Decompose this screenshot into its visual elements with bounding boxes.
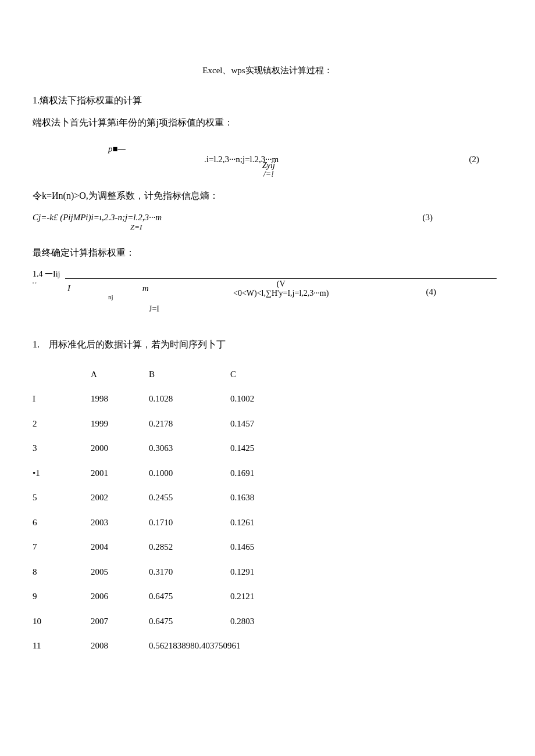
formula-denominator: /=!	[263, 170, 274, 178]
formula-var-nj: nj	[108, 292, 113, 302]
table-cell: 0.1028	[149, 386, 230, 411]
table-header-row: A B C	[33, 362, 323, 387]
table-cell: 7	[33, 535, 91, 560]
table-cell: 0.1691	[230, 461, 323, 486]
table-row: 9 2006 0.6475 0.2121	[33, 584, 323, 609]
formula-divider	[65, 278, 497, 279]
table-cell: 5	[33, 485, 91, 510]
section-heading: 1.熵权法下指标权重的计算	[33, 94, 502, 108]
table-row: 10 2007 0.6475 0.2803	[33, 609, 323, 634]
table-cell: •1	[33, 461, 91, 486]
table-header-cell: B	[149, 362, 230, 387]
table-cell: 0.6475	[149, 584, 230, 609]
table-row: 6 2003 0.1710 0.1261	[33, 510, 323, 535]
table-row: 11 2008 0.5621838980.403750961	[33, 633, 323, 658]
page-title: Excel、wps实现镇权法计算过程：	[33, 64, 502, 77]
table-cell: 0.2852	[149, 535, 230, 560]
table-cell: 10	[33, 609, 91, 634]
table-cell: 0.1002	[230, 386, 323, 411]
table-cell: 0.3063	[149, 436, 230, 461]
table-cell: 2002	[91, 485, 149, 510]
data-table: A B C I 1998 0.1028 0.1002 2 1999 0.2178…	[33, 362, 323, 658]
formula-numerator: Zyij	[262, 161, 275, 170]
table-cell: 0.1638	[230, 485, 323, 510]
formula-mark: ' '	[33, 280, 37, 289]
table-cell: 2008	[91, 633, 149, 658]
table-cell: 2003	[91, 510, 149, 535]
table-cell: 1999	[91, 411, 149, 436]
body-text: 令k=Иn(n)>O,为调整系数，计免指标信息熵：	[33, 189, 502, 203]
table-cell: 2	[33, 411, 91, 436]
table-row: I 1998 0.1028 0.1002	[33, 386, 323, 411]
list-intro: 1. 用标准化后的数据计算，若为时间序列卜丁	[33, 338, 502, 352]
table-cell: 6	[33, 510, 91, 535]
table-cell: 0.1425	[230, 436, 323, 461]
body-text: 端权法卜首先计算第i年份的第j项指标值的权重：	[33, 116, 502, 130]
table-cell: 0.2178	[149, 411, 230, 436]
table-cell: 0.6475	[149, 609, 230, 634]
table-cell: 0.1465	[230, 535, 323, 560]
formula-top: 1.4 一Iij	[33, 268, 60, 280]
table-cell: 0.1457	[230, 411, 323, 436]
formula-condition: (V <0<W)<l,∑H'y=I,j=l,2,3···m)	[233, 280, 329, 299]
table-header-cell: C	[230, 362, 323, 387]
table-row: 2 1999 0.2178 0.1457	[33, 411, 323, 436]
formula-3: Cj=-k£ (PijMPi)i=ι,2.3-n;j=l.2,3···m Z=I…	[33, 211, 502, 240]
table-cell: 0.2455	[149, 485, 230, 510]
equation-number: (2)	[469, 153, 480, 166]
table-row: 8 2005 0.3170 0.1291	[33, 560, 323, 585]
table-cell: 3	[33, 436, 91, 461]
formula-subscript: Z=I	[130, 221, 142, 233]
table-cell: 0.2803	[230, 609, 323, 634]
table-cell: 0.1261	[230, 510, 323, 535]
table-cell: 2001	[91, 461, 149, 486]
formula-cond-bot: <0<W)<l,∑H'y=I,j=l,2,3···m)	[233, 289, 329, 298]
formula-4: 1.4 一Iij ' ' I m nj (V <0<W)<l,∑H'y=I,j=…	[33, 268, 502, 320]
formula-fraction: Zyij /=!	[262, 161, 275, 179]
table-header-cell	[33, 362, 91, 387]
table-cell: 2004	[91, 535, 149, 560]
table-row: 5 2002 0.2455 0.1638	[33, 485, 323, 510]
table-cell: 11	[33, 633, 91, 658]
formula-2: p■— .i=l.2,3···n;j=l.2,3···m Zyij /=! (2…	[33, 142, 502, 183]
table-cell: 2000	[91, 436, 149, 461]
formula-lhs: p■—	[108, 142, 126, 156]
table-row: •1 2001 0.1000 0.1691	[33, 461, 323, 486]
table-cell: 1998	[91, 386, 149, 411]
table-cell: 2005	[91, 560, 149, 585]
formula-equation: Cj=-k£ (PijMPi)i=ι,2.3-n;j=l.2,3···m	[33, 211, 162, 224]
table-row: 7 2004 0.2852 0.1465	[33, 535, 323, 560]
table-cell: 0.3170	[149, 560, 230, 585]
table-cell: 0.1000	[149, 461, 230, 486]
table-cell: 0.2121	[230, 584, 323, 609]
table-cell: 9	[33, 584, 91, 609]
table-cell: 2006	[91, 584, 149, 609]
table-cell: 8	[33, 560, 91, 585]
table-cell: 2007	[91, 609, 149, 634]
table-cell: 0.1710	[149, 510, 230, 535]
table-cell: I	[33, 386, 91, 411]
formula-var-I: I	[67, 284, 70, 293]
equation-number: (3)	[423, 211, 433, 224]
table-cell: 0.5621838980.403750961	[149, 633, 323, 658]
formula-eq-text: Cj=-k£ (PijMPi)i=ι,2.3-n;j=l.2,3···m	[33, 213, 162, 222]
formula-var-m: m	[142, 284, 149, 293]
formula-cond-top: (V	[277, 280, 286, 288]
body-text: 最终确定计算指标权重：	[33, 246, 502, 260]
table-cell: 0.1291	[230, 560, 323, 585]
equation-number: (4)	[426, 285, 437, 299]
formula-index: J=I	[149, 303, 159, 315]
table-row: 3 2000 0.3063 0.1425	[33, 436, 323, 461]
table-header-cell: A	[91, 362, 149, 387]
